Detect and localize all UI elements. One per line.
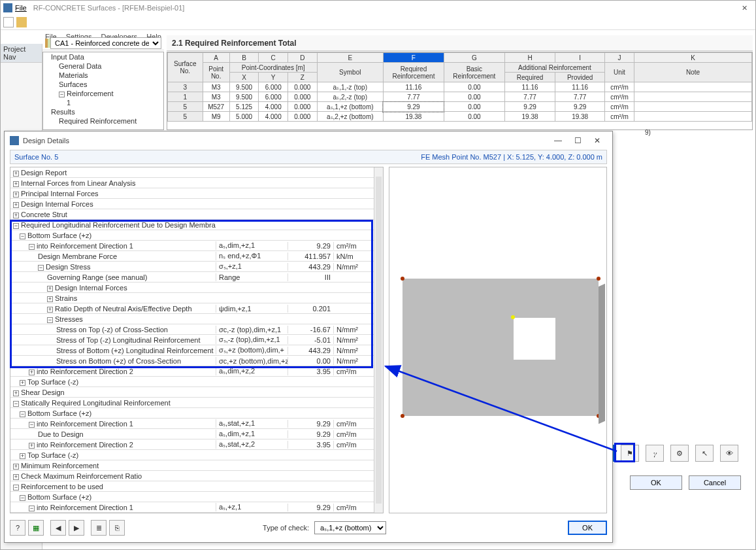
filter-tool-icon[interactable]: 𝛾 (646, 445, 664, 462)
detail-row[interactable]: Stress of Top (-z) Longitudinal Reinforc… (10, 335, 383, 345)
detail-row[interactable]: −Bottom Surface (+z) (10, 492, 383, 502)
dialog-ok-button[interactable]: OK (568, 521, 607, 535)
detail-row[interactable]: +Top Surface (-z) (10, 377, 383, 387)
detail-row[interactable]: +Principal Internal Forces (10, 188, 383, 199)
list-icon[interactable]: ≣ (91, 520, 107, 536)
detail-row[interactable]: +into Reinforcement Direction 2 aₛ,dim,+… (10, 366, 383, 377)
detail-row[interactable]: −into Reinforcement Direction 1 aₛ,stat,… (10, 419, 383, 429)
col-K[interactable]: K (634, 53, 752, 63)
tree-results[interactable]: Results (43, 107, 163, 116)
ok-button[interactable]: OK (630, 475, 682, 490)
col-C[interactable]: C (259, 53, 288, 63)
detail-row[interactable]: −Required Longitudinal Reinforcement Due… (10, 220, 383, 230)
next-icon[interactable]: ▶ (69, 520, 84, 536)
detail-row[interactable]: Stress on Bottom (+z) of Cross-Section σ… (10, 356, 383, 366)
detail-row[interactable]: +Design Report (10, 167, 383, 178)
detail-row[interactable]: +Internal Forces from Linear Analysis (10, 178, 383, 188)
col-F[interactable]: F (383, 53, 444, 63)
eye-tool-icon[interactable]: 👁 (720, 445, 738, 462)
detail-row[interactable]: Governing Range (see manual) Range III (10, 272, 383, 283)
detail-row[interactable]: −into Reinforcement Direction 1 aₛ,dim,+… (10, 241, 383, 251)
surface-label: Surface No. 5 (14, 153, 58, 161)
project-nav-header: Project Nav (1, 44, 42, 63)
col-B[interactable]: B (229, 53, 259, 63)
main-titlebar: File RF-CONCRETE Surfaces - [RFEM-Beispi… (1, 1, 755, 15)
help-icon[interactable]: ? (10, 520, 25, 536)
detail-row[interactable]: −Design Stress σₛ,+z,1 443.29 N/mm² (10, 262, 383, 272)
col-H[interactable]: H (504, 53, 555, 63)
col-surface-no: SurfaceNo. (168, 53, 203, 82)
detail-row[interactable]: −into Reinforcement Direction 1 aₛ,+z,1 … (10, 502, 383, 513)
open-icon[interactable] (16, 17, 27, 27)
detail-row[interactable]: −Statically Required Longitudinal Reinfo… (10, 398, 383, 408)
tree-input-data[interactable]: Input Data (43, 52, 163, 61)
detail-row[interactable]: +Design Internal Forces (10, 283, 383, 293)
scrollbar[interactable] (374, 167, 383, 513)
col-G[interactable]: G (444, 53, 504, 63)
flag-tool-icon[interactable]: ⚑ (621, 445, 639, 462)
tree-general[interactable]: General Data (43, 61, 163, 71)
detail-row[interactable]: Stress on Top (-z) of Cross-Section σc,-… (10, 324, 383, 335)
content-title: 2.1 Required Reinforcement Total (167, 35, 753, 51)
detail-row[interactable]: +Ratio Depth of Neutral Axis/Effective D… (10, 303, 383, 314)
maximize-icon[interactable]: ☐ (568, 136, 587, 145)
design-details-dialog: Design Details — ☐ ✕ Surface No. 5 FE Me… (4, 131, 613, 543)
col-D[interactable]: D (288, 53, 318, 63)
new-icon[interactable] (3, 17, 14, 27)
close-icon[interactable]: ✕ (736, 4, 753, 12)
detail-row[interactable]: +Concrete Strut (10, 209, 383, 220)
detail-row[interactable]: +Strains (10, 293, 383, 303)
details-tree[interactable]: +Design Report +Internal Forces from Lin… (10, 167, 384, 513)
prev-icon[interactable]: ◀ (50, 520, 66, 536)
detail-row[interactable]: Stress of Bottom (+z) Longitudinal Reinf… (10, 345, 383, 356)
detail-row[interactable]: −Bottom Surface (+z) (10, 408, 383, 419)
col-A[interactable]: A (203, 53, 229, 63)
stray-text: 9) (645, 129, 651, 136)
detail-row[interactable]: Design Membrane Force nₛ end,+z,Φ1 411.9… (10, 251, 383, 262)
concrete-surface-shape (403, 279, 599, 416)
col-J[interactable]: J (605, 53, 634, 63)
window-title: RF-CONCRETE Surfaces - [RFEM-Beispiel-01… (33, 4, 185, 12)
tree-reinf-1[interactable]: 1 (43, 98, 163, 107)
tree-materials[interactable]: Materials (43, 71, 163, 80)
type-of-check-label: Type of check: (263, 524, 309, 532)
detail-row[interactable]: −Bottom Surface (+z) (10, 230, 383, 241)
dialog-icon (10, 136, 19, 145)
settings-tool-icon[interactable]: ⚙ (670, 445, 689, 462)
tree-surfaces[interactable]: Surfaces (43, 80, 163, 89)
detail-row[interactable]: +Top Surface (-z) (10, 450, 383, 460)
view-tools: ℹ ⚑ 𝛾 ⚙ ↖ 👁 (596, 445, 741, 462)
detail-row[interactable]: +Minimum Reinforcement (10, 460, 383, 471)
main-toolbar (1, 15, 755, 29)
pointer-tool-icon[interactable]: ↖ (695, 445, 714, 462)
close-icon[interactable]: ✕ (587, 136, 607, 145)
file-menu-label[interactable]: File (15, 4, 27, 12)
detail-row[interactable]: −Stresses (10, 314, 383, 324)
case-dropdown[interactable]: CA1 - Reinforced concrete desi (50, 37, 161, 49)
col-I[interactable]: I (555, 53, 605, 63)
detail-row[interactable]: +Check Maximum Reinforcement Ratio (10, 471, 383, 481)
dialog-title: Design Details (23, 137, 69, 145)
nav-tree[interactable]: Input Data General Data Materials Surfac… (42, 52, 164, 130)
minimize-icon[interactable]: — (548, 136, 568, 145)
detail-row[interactable]: −Reinforcement to be used (10, 481, 383, 492)
excel-icon[interactable]: ▦ (28, 520, 44, 536)
3d-viewport[interactable] (389, 167, 607, 513)
detail-row[interactable]: +Design Internal Forces (10, 199, 383, 209)
results-table[interactable]: SurfaceNo. A B C D E F G H I J K PointNo… (167, 52, 753, 130)
type-of-check-select[interactable]: aₛ,1,+z (bottom) (314, 521, 386, 534)
mesh-point-label: FE Mesh Point No. M527 | X: 5.125, Y: 4.… (421, 153, 602, 161)
detail-row[interactable]: +into Reinforcement Direction 2 aₛ,stat,… (10, 439, 383, 450)
cancel-button[interactable]: Cancel (689, 475, 741, 490)
detail-row[interactable]: Due to Design aₛ,dim,+z,1 9.29 cm²/m (10, 429, 383, 439)
tree-reinforcement[interactable]: −Reinforcement (43, 89, 163, 98)
app-icon (3, 3, 12, 12)
detail-row[interactable]: +Shear Design (10, 387, 383, 398)
copy-icon[interactable]: ⎘ (109, 520, 125, 536)
col-E[interactable]: E (317, 53, 383, 63)
tree-req-reinf[interactable]: Required Reinforcement (43, 116, 163, 126)
